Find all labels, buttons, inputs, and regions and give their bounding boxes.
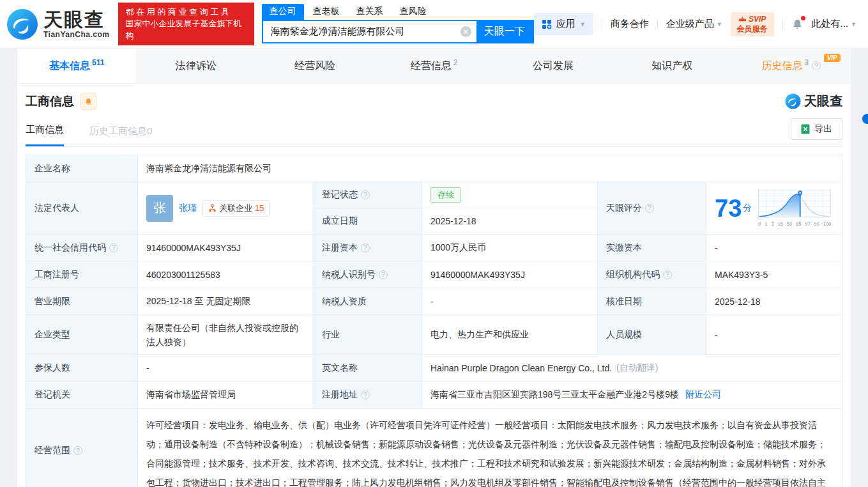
tab-count: 3	[804, 58, 809, 67]
subtab-history-registration[interactable]: 历史工商信息0	[89, 118, 152, 146]
help-icon[interactable]: ?	[812, 61, 821, 70]
field-label-staff-size: 人员规模	[598, 315, 706, 355]
help-icon[interactable]: ?	[645, 204, 654, 213]
field-label-tyc-score: 天眼评分?	[598, 182, 706, 235]
divider	[782, 20, 783, 29]
field-label-english-name: 英文名称	[314, 355, 422, 382]
search-box: ✕ 天眼一下	[262, 20, 534, 43]
field-value-taxpayer-id: 91460000MAK493Y35J	[422, 261, 598, 288]
svip-sublabel: 会员服务	[737, 24, 768, 34]
help-icon[interactable]: ?	[379, 270, 388, 279]
field-value-company-type: 有限责任公司（非自然人投资或控股的法人独资）	[138, 315, 314, 355]
tab-label: 经营信息	[411, 59, 452, 73]
svip-member-service[interactable]: SVIP 会员服务	[731, 12, 774, 36]
field-value-approve-date: 2025-12-18	[706, 288, 842, 315]
tab-operational-risk[interactable]: 经营风险	[255, 49, 374, 83]
user-more-menu[interactable]: 此处有... ▼	[812, 18, 857, 30]
floating-widget[interactable]	[862, 114, 868, 124]
field-label-company-name: 企业名称	[26, 155, 138, 182]
search-input[interactable]	[263, 21, 476, 42]
field-value-registry-authority: 海南省市场监督管理局	[138, 382, 314, 409]
field-label-paid-capital: 实缴资本	[598, 235, 706, 261]
tab-intellectual-property[interactable]: 知识产权	[613, 49, 731, 83]
help-icon[interactable]: ?	[361, 390, 370, 399]
apps-grid-icon	[542, 19, 552, 29]
field-value-industry: 电力、热力生产和供应业	[422, 315, 598, 355]
field-value-registered-address: 海南省三亚市吉阳区迎宾路198号三亚太平金融产业港2号楼9楼 附近公司	[422, 382, 842, 409]
business-cooperation-link[interactable]: 商务合作	[611, 18, 649, 30]
field-label-establish-date: 成立日期	[314, 208, 422, 235]
top-header: 天眼查 TianYanCha.com 都在用的商业查询工具 国家中小企业发展子基…	[0, 0, 868, 49]
related-companies-badge[interactable]: 关联企业 15	[202, 200, 270, 217]
svip-label: SVIP	[749, 15, 766, 24]
business-info-table: 企业名称 海南紫金龙净清洁能源有限公司 法定代表人 张 张瑾 关联企业 15	[26, 155, 842, 487]
field-value-registration-status: 存续	[422, 182, 598, 208]
search-button[interactable]: 天眼一下	[476, 21, 533, 42]
tyc-score-number: 73	[715, 196, 742, 220]
export-button[interactable]: 导出	[791, 118, 842, 140]
tab-label: 基本信息	[49, 59, 90, 73]
search-tab-relation[interactable]: 查关系	[349, 4, 391, 20]
nav-tabbar-strip: 基本信息 511 法律诉讼 经营风险 经营信息 2 公司发展 知识产权 VIP …	[0, 49, 868, 84]
field-value-tyc-score[interactable]: 73 分	[706, 182, 842, 235]
tab-label: 法律诉讼	[176, 59, 217, 73]
search-tab-boss[interactable]: 查老板	[305, 4, 347, 20]
field-value-insured-number: -	[138, 355, 314, 382]
field-label-industry: 行业	[314, 315, 422, 355]
chevron-down-icon: ▼	[580, 21, 586, 27]
field-label-business-term: 营业期限	[26, 288, 138, 315]
business-info-panel: 工商信息 天眼查 工商信息 历史工商信息0	[17, 84, 851, 487]
help-icon[interactable]: ?	[361, 190, 370, 199]
subtab-row: 工商信息 历史工商信息0 导出	[26, 116, 842, 147]
help-icon[interactable]: ?	[361, 244, 370, 252]
field-label-org-code: 组织机构代码?	[598, 261, 706, 288]
divider	[657, 20, 658, 29]
score-axis-ticks: 0131550859799100	[758, 221, 831, 227]
field-label-registered-capital: 注册资本?	[314, 235, 422, 261]
score-distribution-chart: 0131550859799100	[758, 189, 831, 227]
tab-history-info[interactable]: VIP 历史信息 3 ?	[732, 49, 851, 83]
brand-slogan-badge: 都在用的商业查询工具 国家中小企业发展子基金旗下机构	[118, 3, 254, 45]
export-label: 导出	[814, 123, 832, 135]
vip-badge: VIP	[824, 54, 841, 62]
tab-legal-proceedings[interactable]: 法律诉讼	[136, 49, 255, 83]
field-value-org-code: MAK493Y3-5	[706, 261, 842, 288]
field-value-legal-representative: 张 张瑾 关联企业 15	[138, 182, 314, 235]
search-tab-risk[interactable]: 查风险	[392, 4, 434, 20]
field-label-registry-authority: 登记机关	[26, 382, 138, 409]
field-value-business-scope: 许可经营项目：发电业务、输电业务、供（配）电业务（许可经营项目凭许可证件经营）一…	[138, 409, 842, 487]
help-icon[interactable]: ?	[73, 446, 82, 455]
auto-translate-note: (自动翻译)	[616, 362, 658, 374]
help-icon[interactable]: ?	[109, 244, 118, 252]
legal-rep-name-link[interactable]: 张瑾	[179, 203, 197, 214]
field-label-taxpayer-id: 纳税人识别号?	[314, 261, 422, 288]
help-icon[interactable]: ?	[663, 270, 672, 279]
apps-menu[interactable]: 应用 ▼	[534, 13, 593, 35]
tab-company-development[interactable]: 公司发展	[494, 49, 613, 83]
subtab-business-registration[interactable]: 工商信息	[26, 116, 64, 146]
tab-basic-info[interactable]: 基本信息 511	[17, 49, 136, 83]
clear-search-icon[interactable]: ✕	[461, 26, 471, 37]
search-tab-company[interactable]: 查公司	[262, 4, 304, 20]
business-cooperation-label: 商务合作	[611, 18, 649, 30]
corner-watermark-logo: 天眼查	[785, 93, 842, 110]
notification-bell-icon[interactable]	[791, 18, 803, 31]
legal-rep-avatar[interactable]: 张	[146, 195, 173, 222]
field-label-credit-code: 统一社会信用代码?	[26, 235, 138, 261]
field-value-company-name: 海南紫金龙净清洁能源有限公司	[138, 155, 842, 182]
tab-business-info[interactable]: 经营信息 2	[374, 49, 493, 83]
header-right-nav: 应用 ▼ 商务合作 企业级产品 ▼ SVIP 会员服务	[534, 12, 857, 36]
field-label-insured-number: 参保人数	[26, 355, 138, 382]
monitor-bell-icon[interactable]	[80, 93, 96, 110]
field-value-business-term: 2025-12-18 至 无固定期限	[138, 288, 314, 315]
enterprise-products-link[interactable]: 企业级产品 ▼	[666, 18, 722, 30]
field-value-registered-capital: 1000万人民币	[422, 235, 598, 261]
section-title: 工商信息	[26, 93, 74, 110]
field-label-legal-representative: 法定代表人	[26, 182, 138, 235]
status-badge: 存续	[430, 187, 461, 203]
nearby-companies-link[interactable]: 附近公司	[685, 389, 721, 401]
tab-count: 511	[92, 58, 104, 67]
tianyancha-logo[interactable]: 天眼查 TianYanCha.com	[6, 8, 109, 40]
search-block: 查公司 查老板 查关系 查风险 ✕ 天眼一下	[262, 4, 534, 43]
slogan-line1: 都在用的商业查询工具	[125, 6, 247, 18]
